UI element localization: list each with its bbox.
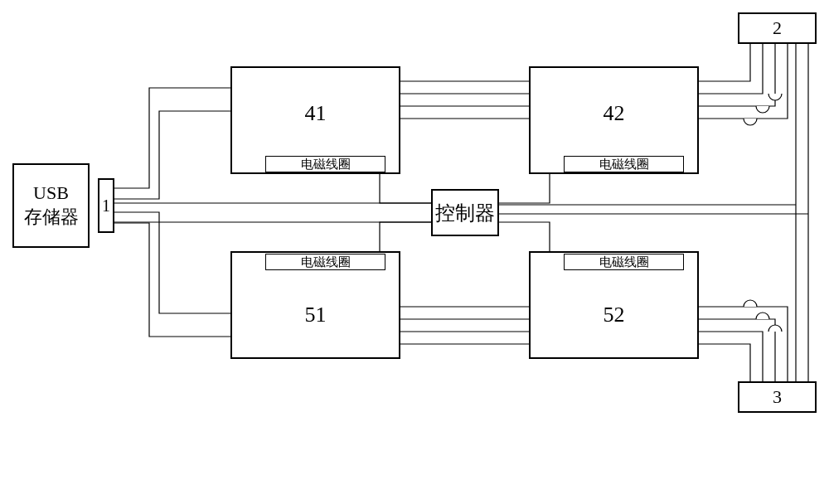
diagram-canvas: USB 存储器 1 41 电磁线圈 42 电磁线圈 51 电磁线圈 52 电磁线… — [0, 0, 829, 504]
relay-42-coil: 电磁线圈 — [564, 156, 684, 172]
relay-51-label: 51 — [305, 303, 327, 327]
controller-block: 控制器 — [431, 189, 499, 236]
usb-storage-block: USB 存储器 — [12, 163, 90, 248]
usb-label-line2: 存储器 — [24, 206, 79, 227]
port-1-label: 1 — [102, 196, 110, 216]
port-1-block: 1 — [98, 178, 114, 233]
relay-52-coil-label: 电磁线圈 — [599, 254, 649, 270]
relay-42-coil-label: 电磁线圈 — [599, 157, 649, 172]
block-2-label: 2 — [773, 17, 782, 39]
relay-41-label: 41 — [305, 101, 327, 126]
block-3: 3 — [738, 381, 817, 413]
relay-42-label: 42 — [604, 101, 625, 126]
wire-layer — [0, 0, 829, 504]
relay-41-coil-label: 电磁线圈 — [301, 157, 351, 172]
relay-51-coil: 电磁线圈 — [265, 254, 385, 270]
relay-51-coil-label: 电磁线圈 — [301, 254, 351, 270]
controller-label: 控制器 — [435, 200, 495, 226]
usb-label-line1: USB — [33, 182, 69, 203]
block-3-label: 3 — [773, 386, 782, 408]
relay-41-coil: 电磁线圈 — [265, 156, 385, 172]
relay-52-label: 52 — [604, 303, 625, 327]
relay-52-coil: 电磁线圈 — [564, 254, 684, 270]
block-2: 2 — [738, 12, 817, 44]
